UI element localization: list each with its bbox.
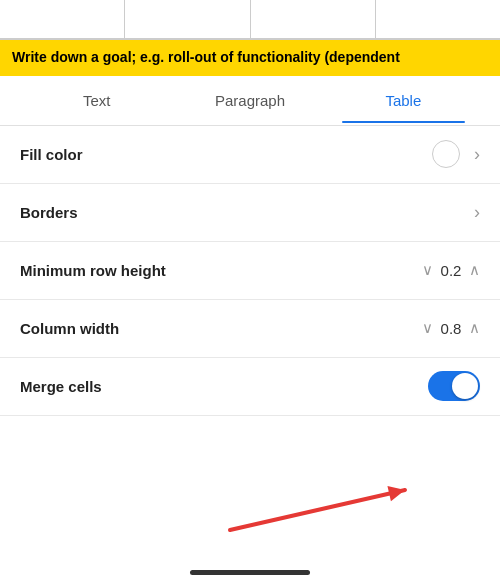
grid-cell: [0, 0, 125, 39]
chevron-down-icon[interactable]: ∨: [422, 319, 433, 337]
fill-color-control: ›: [432, 140, 480, 168]
tab-text[interactable]: Text: [20, 78, 173, 123]
merge-cells-control: [428, 371, 480, 401]
column-width-label: Column width: [20, 320, 422, 337]
color-circle: [432, 140, 460, 168]
merge-cells-row: Merge cells: [0, 358, 500, 416]
tab-paragraph[interactable]: Paragraph: [173, 78, 326, 123]
merge-cells-label: Merge cells: [20, 378, 428, 395]
borders-label: Borders: [20, 204, 468, 221]
min-row-height-value: 0.2: [439, 262, 463, 279]
chevron-right-icon: ›: [474, 202, 480, 223]
tab-table[interactable]: Table: [327, 78, 480, 123]
home-indicator: [190, 570, 310, 575]
banner: Write down a goal; e.g. roll-out of func…: [0, 40, 500, 76]
grid-cell: [376, 0, 500, 39]
borders-row[interactable]: Borders ›: [0, 184, 500, 242]
column-width-row: Column width ∨ 0.8 ∧: [0, 300, 500, 358]
grid-cell: [125, 0, 250, 39]
tab-bar: Text Paragraph Table: [0, 76, 500, 126]
table-grid: [0, 0, 500, 40]
min-row-height-row: Minimum row height ∨ 0.2 ∧: [0, 242, 500, 300]
grid-cell: [251, 0, 376, 39]
min-row-height-control: ∨ 0.2 ∧: [422, 261, 480, 279]
chevron-up-icon[interactable]: ∧: [469, 319, 480, 337]
fill-color-row[interactable]: Fill color ›: [0, 126, 500, 184]
borders-control: ›: [468, 202, 480, 223]
toggle-thumb: [452, 373, 478, 399]
chevron-up-icon[interactable]: ∧: [469, 261, 480, 279]
merge-cells-toggle[interactable]: [428, 371, 480, 401]
column-width-value: 0.8: [439, 320, 463, 337]
banner-text: Write down a goal; e.g. roll-out of func…: [12, 49, 400, 65]
toggle-track: [428, 371, 480, 401]
fill-color-label: Fill color: [20, 146, 432, 163]
min-row-height-label: Minimum row height: [20, 262, 422, 279]
chevron-right-icon: ›: [474, 144, 480, 165]
chevron-down-icon[interactable]: ∨: [422, 261, 433, 279]
settings-list: Fill color › Borders › Minimum row heigh…: [0, 126, 500, 416]
column-width-control: ∨ 0.8 ∧: [422, 319, 480, 337]
